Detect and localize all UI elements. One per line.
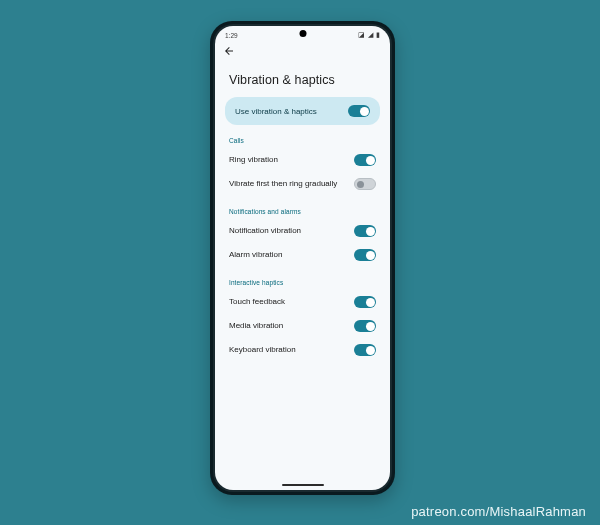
nav-pill[interactable]	[282, 484, 324, 487]
setting-row[interactable]: Alarm vibration	[215, 243, 390, 267]
master-toggle-switch[interactable]	[348, 105, 370, 117]
master-toggle-row[interactable]: Use vibration & haptics	[225, 97, 380, 125]
section-header: Calls	[215, 125, 390, 148]
setting-row[interactable]: Touch feedback	[215, 290, 390, 314]
status-icons: ◪ ◢ ▮	[358, 32, 380, 39]
setting-label: Vibrate first then ring gradually	[229, 179, 337, 189]
setting-label: Touch feedback	[229, 297, 285, 307]
setting-row[interactable]: Keyboard vibration	[215, 338, 390, 362]
setting-row[interactable]: Vibrate first then ring gradually	[215, 172, 390, 196]
setting-label: Alarm vibration	[229, 250, 282, 260]
setting-label: Notification vibration	[229, 226, 301, 236]
battery-icon: ▮	[376, 32, 380, 39]
arrow-left-icon	[223, 45, 235, 57]
setting-label: Keyboard vibration	[229, 345, 296, 355]
toggle-switch[interactable]	[354, 178, 376, 190]
setting-row[interactable]: Notification vibration	[215, 219, 390, 243]
phone-frame: 1:29 ◪ ◢ ▮ Vibration & haptics Use vibra…	[210, 21, 395, 495]
toggle-knob	[366, 298, 375, 307]
page-title: Vibration & haptics	[215, 61, 390, 97]
toggle-switch[interactable]	[354, 296, 376, 308]
attribution-text: patreon.com/MishaalRahman	[411, 504, 586, 519]
toggle-knob	[366, 227, 375, 236]
toggle-switch[interactable]	[354, 320, 376, 332]
status-time: 1:29	[225, 32, 238, 39]
setting-label: Ring vibration	[229, 155, 278, 165]
toggle-knob	[366, 156, 375, 165]
toggle-knob	[366, 346, 375, 355]
punch-hole-camera	[299, 30, 306, 37]
toggle-knob	[366, 322, 375, 331]
toggle-knob	[357, 181, 364, 188]
wifi-icon: ◪	[358, 32, 365, 39]
settings-sections: CallsRing vibrationVibrate first then ri…	[215, 125, 390, 362]
toggle-knob	[360, 107, 369, 116]
toggle-switch[interactable]	[354, 249, 376, 261]
signal-icon: ◢	[368, 32, 373, 39]
toggle-switch[interactable]	[354, 344, 376, 356]
toggle-switch[interactable]	[354, 154, 376, 166]
section-header: Notifications and alarms	[215, 196, 390, 219]
phone-bezel: 1:29 ◪ ◢ ▮ Vibration & haptics Use vibra…	[213, 24, 392, 492]
setting-label: Media vibration	[229, 321, 283, 331]
setting-row[interactable]: Media vibration	[215, 314, 390, 338]
stage: 1:29 ◪ ◢ ▮ Vibration & haptics Use vibra…	[0, 0, 600, 525]
master-toggle-label: Use vibration & haptics	[235, 107, 317, 116]
phone-screen: 1:29 ◪ ◢ ▮ Vibration & haptics Use vibra…	[215, 26, 390, 490]
toggle-knob	[366, 251, 375, 260]
section-header: Interactive haptics	[215, 267, 390, 290]
back-button[interactable]	[215, 39, 390, 61]
setting-row[interactable]: Ring vibration	[215, 148, 390, 172]
toggle-switch[interactable]	[354, 225, 376, 237]
